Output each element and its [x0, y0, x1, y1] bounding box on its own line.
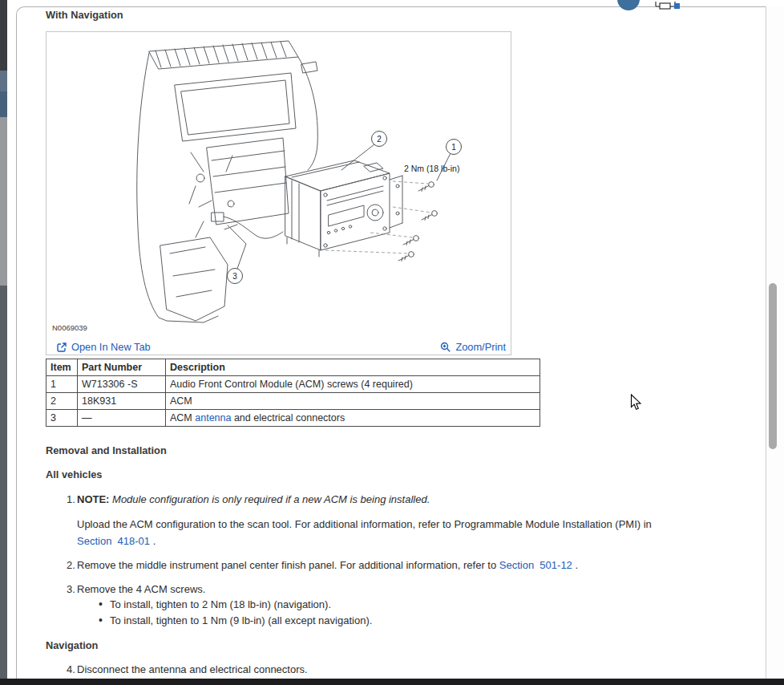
step-text: Remove the middle instrument panel cente… [77, 559, 499, 571]
figure-number: N0069039 [52, 323, 87, 332]
step-3: 3.Remove the 4 ACM screws. [67, 583, 205, 595]
step-1: 1.NOTE: Module configuration is only req… [67, 493, 430, 505]
zoom-icon [440, 342, 451, 353]
item-cell: 2 [46, 393, 78, 410]
step-text: . [150, 535, 156, 547]
callout-2-number: 2 [377, 135, 382, 144]
table-row: 1 W713306 -S Audio Front Control Module … [46, 376, 540, 393]
step-4: 4.Disconnect the antenna and electrical … [67, 663, 308, 675]
screw-guide-line [393, 181, 428, 184]
window-edge-segment [0, 117, 7, 286]
step-3-bullet-2: To install, tighten to 1 Nm (9 lb-in) (a… [110, 614, 372, 626]
step-1-paragraph: Upload the ACM configuration to the scan… [77, 518, 652, 530]
torque-label: 2 Nm (18 lb-in) [404, 164, 459, 173]
screw-icon [418, 182, 434, 192]
step-2: 2.Remove the middle instrument panel cen… [67, 559, 578, 571]
table-header-cell: Description [166, 359, 540, 376]
step-3-bullet-1: To install, tighten to 2 Nm (18 lb-in) (… [110, 598, 331, 610]
section-501-12-link[interactable]: Section 501-12 [499, 559, 572, 571]
step-1-reference: Section 418-01 . [77, 535, 156, 547]
figure-toolbar: Open In New Tab Zoom/Print [46, 340, 511, 354]
bottom-bar [0, 679, 784, 685]
window-edge-strip [0, 0, 7, 679]
open-in-new-tab-link[interactable]: Open In New Tab [56, 341, 151, 353]
part-number-cell: — [78, 410, 166, 427]
step-text: Upload the ACM configuration to the scan… [77, 518, 652, 530]
open-in-new-icon [56, 342, 67, 353]
screw-guide-line [325, 250, 408, 253]
step-number: 3. [67, 583, 77, 595]
item-cell: 1 [46, 376, 78, 393]
step-number: 1. [67, 493, 77, 505]
note-text: Module configuration is only required if… [109, 493, 430, 505]
callout-3-leader [228, 225, 246, 269]
part-number-cell: 18K931 [78, 393, 166, 410]
section-418-01-link[interactable]: Section 418-01 [77, 535, 150, 547]
part-number-cell: W713306 -S [78, 376, 166, 393]
parts-table: Item Part Number Description 1 W713306 -… [46, 359, 540, 427]
screw-icon [422, 211, 437, 221]
zoom-print-link[interactable]: Zoom/Print [440, 341, 506, 353]
screw-guide-line [370, 233, 413, 237]
table-row: 2 18K931 ACM [46, 393, 540, 410]
table-header-cell: Part Number [78, 359, 166, 376]
note-label: NOTE: [77, 493, 109, 505]
printer-icon[interactable] [653, 0, 685, 10]
step-number: 4. [67, 663, 77, 675]
step-text: Disconnect the antenna and electrical co… [77, 663, 308, 675]
acm-radio-unit [285, 160, 402, 257]
window-edge-segment [0, 91, 7, 117]
antenna-link[interactable]: antenna [195, 412, 231, 424]
section-heading: With Navigation [46, 9, 123, 21]
callout-1-number: 1 [451, 143, 456, 152]
description-cell: ACM [166, 393, 540, 410]
vertical-scrollbar[interactable] [766, 6, 784, 679]
open-in-new-tab-label: Open In New Tab [71, 341, 151, 353]
heading-removal-installation: Removal and Installation [46, 444, 167, 456]
table-header-row: Item Part Number Description [46, 359, 540, 376]
item-cell: 3 [46, 410, 78, 427]
step-text: . [572, 559, 578, 571]
window-edge-segment [0, 71, 7, 91]
dashboard-line-art [137, 41, 318, 322]
printer-output-tray [660, 3, 670, 9]
description-cell: Audio Front Control Module (ACM) screws … [166, 376, 540, 393]
callout-3-number: 3 [232, 272, 237, 281]
description-cell: ACM antenna and electrical connectors [166, 410, 540, 427]
acm-exploded-diagram: 2 1 3 2 Nm (18 lb-in) [46, 35, 511, 332]
step-text: Remove the 4 ACM screws. [77, 583, 205, 595]
scrollbar-thumb[interactable] [769, 283, 777, 449]
printer-accent-badge [674, 3, 680, 9]
description-text: ACM [170, 412, 195, 424]
figure-container: 2 1 3 2 Nm (18 lb-in) N0069039 Open In N… [46, 31, 511, 355]
heading-all-vehicles: All vehicles [46, 468, 102, 480]
table-row: 3 — ACM antenna and electrical connector… [46, 410, 540, 427]
step-number: 2. [67, 559, 77, 571]
window-edge-segment [0, 286, 7, 679]
zoom-print-label: Zoom/Print [455, 341, 506, 353]
table-header-cell: Item [46, 359, 78, 376]
description-text: and electrical connectors [231, 412, 345, 424]
heading-navigation: Navigation [46, 639, 98, 651]
